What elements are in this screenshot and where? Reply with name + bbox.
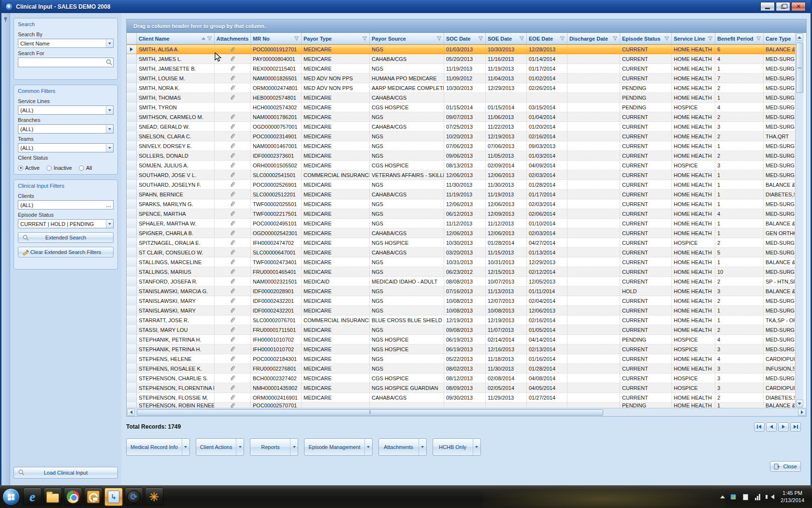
previous-page-button[interactable] bbox=[766, 422, 777, 432]
table-row[interactable]: SMITH, LOUISE M. NAM00001826501 MED ADV … bbox=[127, 74, 795, 83]
horizontal-scrollbar[interactable] bbox=[127, 408, 806, 416]
paperclip-icon[interactable] bbox=[229, 278, 236, 285]
table-row[interactable]: STEPHENSON, FLORENTINA M. NMH00001435902… bbox=[127, 383, 795, 393]
paperclip-icon[interactable] bbox=[229, 55, 236, 62]
paperclip-icon[interactable] bbox=[229, 210, 236, 217]
paperclip-icon[interactable] bbox=[229, 307, 236, 314]
column-header-payor-source[interactable]: Payor Source bbox=[370, 33, 444, 44]
paperclip-icon[interactable] bbox=[229, 181, 236, 188]
paperclip-icon[interactable] bbox=[229, 239, 236, 246]
search-for-field[interactable] bbox=[18, 58, 114, 67]
paperclip-icon[interactable] bbox=[229, 200, 236, 208]
chevron-down-icon[interactable] bbox=[236, 439, 244, 455]
toolbar-button[interactable]: Attachments bbox=[378, 438, 427, 456]
radio-inactive[interactable]: Inactive bbox=[46, 165, 72, 171]
paperclip-icon[interactable] bbox=[229, 142, 236, 149]
column-header-payor-type[interactable]: Payor Type bbox=[302, 33, 370, 44]
paperclip-icon[interactable] bbox=[229, 345, 236, 353]
load-clinical-input-button[interactable]: Load Clinical Input bbox=[14, 467, 118, 478]
first-page-button[interactable] bbox=[754, 422, 765, 432]
taskbar-item-file-explorer[interactable] bbox=[44, 488, 62, 506]
table-row[interactable]: SMITH, TYRON HCH00002574302 MEDICARE CGS… bbox=[127, 103, 795, 112]
paperclip-icon[interactable] bbox=[229, 287, 236, 295]
table-row[interactable]: STANISLAWSKI, MARCIA G. IDF00002028901 M… bbox=[127, 286, 795, 296]
taskbar-item-clinical-input-active[interactable]: ↳ bbox=[104, 488, 123, 506]
paperclip-icon[interactable] bbox=[229, 152, 236, 159]
table-row[interactable]: SNELSON, CLARA C. POC00002314901 MEDICAR… bbox=[127, 132, 795, 141]
table-row[interactable]: SPHALER, MARTHA W. POC00002495101 MEDICA… bbox=[127, 219, 795, 228]
network-icon[interactable] bbox=[754, 493, 761, 501]
restore-button[interactable] bbox=[776, 2, 790, 11]
paperclip-icon[interactable] bbox=[229, 229, 236, 237]
next-page-button[interactable] bbox=[778, 422, 789, 432]
paperclip-icon[interactable] bbox=[229, 403, 236, 408]
chevron-down-icon[interactable] bbox=[364, 439, 372, 455]
paperclip-icon[interactable] bbox=[229, 113, 236, 120]
chevron-down-icon[interactable] bbox=[106, 39, 113, 47]
chevron-down-icon[interactable] bbox=[106, 220, 113, 228]
column-header-episode-status[interactable]: Episode Status bbox=[620, 33, 672, 44]
paperclip-icon[interactable] bbox=[229, 316, 236, 324]
toolbar-button[interactable]: Episode Management bbox=[304, 438, 372, 456]
paperclip-icon[interactable] bbox=[229, 249, 236, 256]
close-button[interactable]: Close bbox=[770, 461, 801, 472]
table-row[interactable]: STEPHANIK, PETRINA H. IFH00001010702 MED… bbox=[127, 344, 795, 354]
filter-icon[interactable] bbox=[207, 36, 212, 41]
chevron-down-icon[interactable] bbox=[106, 144, 113, 152]
toolbar-button[interactable]: Medical Record Info bbox=[126, 438, 190, 456]
radio-active[interactable]: Active bbox=[18, 165, 40, 171]
table-row[interactable]: SMITHSON, CARMELO M. NAM00001786201 MEDI… bbox=[127, 112, 795, 122]
table-row[interactable]: STASSI, MARY LOU FRU00001711501 MEDICARE… bbox=[127, 325, 795, 335]
toolbar-button[interactable]: Reports bbox=[250, 438, 298, 456]
last-page-button[interactable] bbox=[790, 422, 801, 432]
tray-document-icon[interactable] bbox=[741, 493, 749, 501]
paperclip-icon[interactable] bbox=[229, 84, 236, 91]
group-by-bar[interactable]: Drag a column header here to group by th… bbox=[127, 19, 806, 33]
table-row[interactable]: SMITH, JAMESETTE B. REX00002115401 MEDIC… bbox=[127, 64, 795, 74]
paperclip-icon[interactable] bbox=[229, 191, 236, 198]
column-header-discharge-date[interactable]: Discharge Date bbox=[567, 33, 620, 44]
chevron-down-icon[interactable] bbox=[106, 125, 113, 133]
table-row[interactable]: SMITH, NORA K. ORM00002474801 MED ADV NO… bbox=[127, 83, 795, 93]
app-logo-icon[interactable] bbox=[5, 3, 13, 11]
table-row[interactable]: STEPHENS, ROSALEE K. FRU00002276801 MEDI… bbox=[127, 364, 795, 374]
table-row[interactable]: SPIGNER, CHARLA B. OGD00002542301 MEDICA… bbox=[127, 228, 795, 238]
branches-dropdown[interactable]: (ALL) bbox=[18, 124, 114, 134]
table-row[interactable]: ST CLAIR, CONSUELO W. SLC00000647001 MED… bbox=[127, 248, 795, 257]
taskbar-item-outlook[interactable] bbox=[84, 488, 102, 506]
chevron-down-icon[interactable] bbox=[419, 439, 426, 455]
scroll-right-button[interactable] bbox=[798, 409, 806, 416]
table-row[interactable]: STANFORD, JOSEFA R. NAM00002321501 MEDIC… bbox=[127, 277, 795, 286]
table-row[interactable]: STEPHENS, HELENE POC00002184301 MEDICARE… bbox=[127, 354, 795, 364]
paperclip-icon[interactable] bbox=[229, 374, 236, 382]
chevron-down-icon[interactable] bbox=[473, 439, 480, 455]
paperclip-icon[interactable] bbox=[229, 365, 236, 372]
paperclip-icon[interactable] bbox=[229, 65, 236, 72]
table-row[interactable]: STALLINGS, MARCELINE TWF00002473401 MEDI… bbox=[127, 257, 795, 267]
table-row[interactable]: SNIVELY, DORSEY E. NAM00001467001 MEDICA… bbox=[127, 141, 795, 151]
paperclip-icon[interactable] bbox=[229, 75, 236, 82]
paperclip-icon[interactable] bbox=[229, 171, 236, 179]
paperclip-icon[interactable] bbox=[229, 336, 236, 343]
table-row[interactable]: STEPHENSON, FLOSSIE M. ORM00002416901 ME… bbox=[127, 393, 795, 403]
paperclip-icon[interactable] bbox=[229, 162, 236, 169]
taskbar-item-sync-app[interactable]: ⟳ bbox=[125, 488, 143, 506]
column-header-client-name[interactable]: Client Name bbox=[137, 33, 215, 44]
table-row[interactable]: SNEAD, GERALD W. OGD00000757001 MEDICARE… bbox=[127, 122, 795, 132]
table-row[interactable]: STANISLAWSKI, MARY IDF00002432201 MEDICA… bbox=[127, 296, 795, 306]
vertical-scroll-thumb[interactable] bbox=[796, 43, 803, 93]
paperclip-icon[interactable] bbox=[229, 94, 236, 101]
paperclip-icon[interactable] bbox=[229, 326, 236, 333]
taskbar-clock[interactable]: 1:45 PM 2/13/2014 bbox=[781, 490, 807, 504]
scroll-down-button[interactable] bbox=[796, 400, 803, 407]
horizontal-scroll-thumb[interactable] bbox=[137, 409, 603, 416]
paperclip-icon[interactable] bbox=[229, 46, 236, 53]
table-row[interactable]: SOLLERS, DONALD IDF00002373601 MEDICARE … bbox=[127, 151, 795, 161]
column-header-mr-no[interactable]: MR No bbox=[251, 33, 302, 44]
column-header-soe-date[interactable]: SOE Date bbox=[486, 33, 527, 44]
table-row[interactable]: SMITH, THOMAS HEB00002574801 MEDICARE CA… bbox=[127, 93, 795, 103]
taskbar-item-internet-explorer[interactable]: e bbox=[23, 488, 42, 506]
filter-icon[interactable] bbox=[478, 36, 483, 41]
paperclip-icon[interactable] bbox=[229, 268, 236, 275]
table-row[interactable]: STANISLAWSKI, MARY IDF00002432201 MEDICA… bbox=[127, 306, 795, 315]
